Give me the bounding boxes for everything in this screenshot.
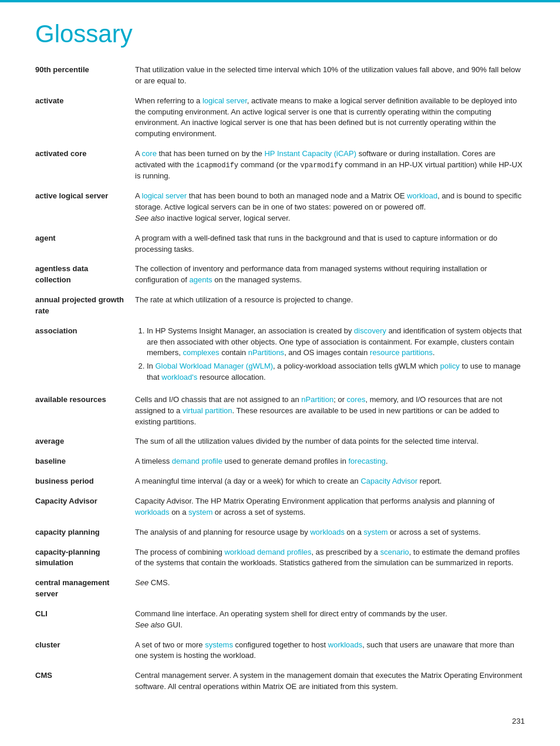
glossary-term: association bbox=[35, 323, 135, 388]
glossary-term: active logical server bbox=[35, 188, 135, 227]
row-spacer bbox=[35, 388, 525, 392]
glossary-term: activated core bbox=[35, 146, 135, 184]
glossary-definition: The collection of inventory and performa… bbox=[135, 261, 525, 288]
glossary-definition: In HP Systems Insight Manager, an associ… bbox=[135, 323, 525, 388]
glossary-row: available resourcesCells and I/O chassis… bbox=[35, 392, 525, 430]
glossary-term: agentless data collection bbox=[35, 261, 135, 288]
glossary-definition: The sum of all the utilization values di… bbox=[135, 434, 525, 450]
glossary-definition: That utilization value in the selected t… bbox=[135, 62, 525, 89]
glossary-row: capacity planningThe analysis of and pla… bbox=[35, 525, 525, 541]
glossary-row: active logical serverA logical server th… bbox=[35, 188, 525, 227]
glossary-term: business period bbox=[35, 474, 135, 490]
glossary-definition: A core that has been turned on by the HP… bbox=[135, 146, 525, 184]
glossary-term: 90th percentile bbox=[35, 62, 135, 89]
glossary-row: agentA program with a well-defined task … bbox=[35, 231, 525, 258]
glossary-row: associationIn HP Systems Insight Manager… bbox=[35, 323, 525, 388]
glossary-definition: The process of combining workload demand… bbox=[135, 545, 525, 572]
glossary-row: Capacity AdvisorCapacity Advisor. The HP… bbox=[35, 494, 525, 521]
glossary-definition: Capacity Advisor. The HP Matrix Operatin… bbox=[135, 494, 525, 521]
glossary-table: 90th percentileThat utilization value in… bbox=[35, 62, 525, 699]
row-spacer bbox=[35, 633, 525, 637]
row-spacer bbox=[35, 319, 525, 323]
row-spacer bbox=[35, 184, 525, 188]
glossary-row: business periodA meaningful time interva… bbox=[35, 474, 525, 490]
glossary-row: clusterA set of two or more systems conf… bbox=[35, 637, 525, 664]
glossary-row: CLICommand line interface. An operating … bbox=[35, 606, 525, 633]
row-spacer bbox=[35, 521, 525, 525]
glossary-term: Capacity Advisor bbox=[35, 494, 135, 521]
row-spacer bbox=[35, 288, 525, 292]
glossary-row: annual projected growth rateThe rate at … bbox=[35, 292, 525, 319]
glossary-term: available resources bbox=[35, 392, 135, 430]
row-spacer bbox=[35, 257, 525, 261]
glossary-definition: Cells and I/O chassis that are not assig… bbox=[135, 392, 525, 430]
glossary-term: capacity planning bbox=[35, 525, 135, 541]
row-spacer bbox=[35, 695, 525, 699]
page-number: 231 bbox=[35, 717, 525, 725]
glossary-row: CMSCentral management server. A system i… bbox=[35, 668, 525, 695]
glossary-row: 90th percentileThat utilization value in… bbox=[35, 62, 525, 89]
row-spacer bbox=[35, 602, 525, 606]
glossary-definition: Central management server. A system in t… bbox=[135, 668, 525, 695]
glossary-term: average bbox=[35, 434, 135, 450]
glossary-row: agentless data collectionThe collection … bbox=[35, 261, 525, 288]
row-spacer bbox=[35, 430, 525, 434]
row-spacer bbox=[35, 142, 525, 146]
glossary-row: averageThe sum of all the utilization va… bbox=[35, 434, 525, 450]
glossary-term: baseline bbox=[35, 454, 135, 470]
glossary-term: activate bbox=[35, 93, 135, 142]
glossary-definition: When referring to a logical server, acti… bbox=[135, 93, 525, 142]
row-spacer bbox=[35, 450, 525, 454]
row-spacer bbox=[35, 571, 525, 575]
glossary-definition: A meaningful time interval (a day or a w… bbox=[135, 474, 525, 490]
glossary-definition: The analysis of and planning for resourc… bbox=[135, 525, 525, 541]
glossary-term: capacity-planning simulation bbox=[35, 545, 135, 572]
glossary-term: CMS bbox=[35, 668, 135, 695]
glossary-row: activated coreA core that has been turne… bbox=[35, 146, 525, 184]
row-spacer bbox=[35, 541, 525, 545]
glossary-definition: See CMS. bbox=[135, 575, 525, 602]
page-title: Glossary bbox=[35, 20, 525, 48]
glossary-row: activateWhen referring to a logical serv… bbox=[35, 93, 525, 142]
row-spacer bbox=[35, 470, 525, 474]
row-spacer bbox=[35, 664, 525, 668]
glossary-definition: Command line interface. An operating sys… bbox=[135, 606, 525, 633]
glossary-row: baselineA timeless demand profile used t… bbox=[35, 454, 525, 470]
glossary-definition: A program with a well-defined task that … bbox=[135, 231, 525, 258]
glossary-term: cluster bbox=[35, 637, 135, 664]
glossary-definition: A timeless demand profile used to genera… bbox=[135, 454, 525, 470]
row-spacer bbox=[35, 227, 525, 231]
row-spacer bbox=[35, 490, 525, 494]
glossary-term: annual projected growth rate bbox=[35, 292, 135, 319]
glossary-row: capacity-planning simulationThe process … bbox=[35, 545, 525, 572]
glossary-definition: A set of two or more systems configured … bbox=[135, 637, 525, 664]
glossary-term: agent bbox=[35, 231, 135, 258]
glossary-term: central management server bbox=[35, 575, 135, 602]
row-spacer bbox=[35, 89, 525, 93]
glossary-definition: The rate at which utilization of a resou… bbox=[135, 292, 525, 319]
glossary-definition: A logical server that has been bound to … bbox=[135, 188, 525, 227]
glossary-row: central management serverSee CMS. bbox=[35, 575, 525, 602]
glossary-term: CLI bbox=[35, 606, 135, 633]
